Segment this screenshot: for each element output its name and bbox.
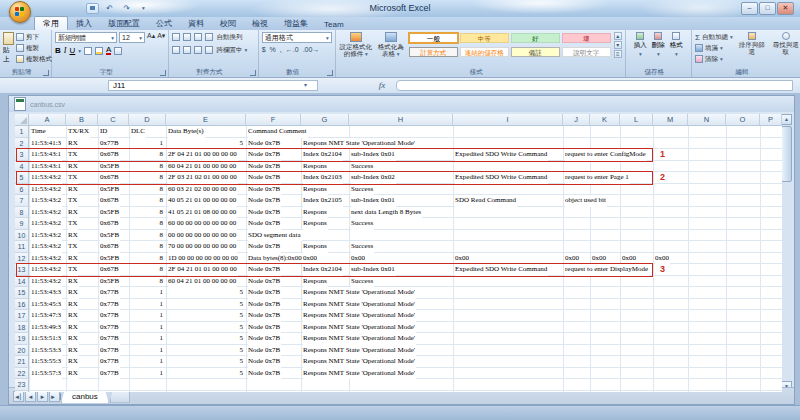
cell-B10[interactable]: RX bbox=[68, 230, 79, 242]
cell-F11[interactable]: Node 0x7B bbox=[248, 241, 281, 253]
cell-C20[interactable]: 0x77B bbox=[100, 345, 120, 357]
cell-style-chip-2[interactable]: 中等 bbox=[460, 33, 509, 43]
save-icon[interactable] bbox=[86, 3, 99, 14]
cell-C1[interactable]: ID bbox=[100, 126, 108, 138]
cell-H7[interactable]: sub-Index 0x01 bbox=[351, 195, 396, 207]
cell-G19[interactable]: Respons NMT State 'Operational Mode' bbox=[303, 333, 416, 345]
cell-A15[interactable]: 11:53:43:3 bbox=[31, 287, 62, 299]
cell-style-chip-8[interactable]: 說明文字 bbox=[562, 47, 611, 57]
cell-A17[interactable]: 11:53:47:3 bbox=[31, 310, 62, 322]
cell-C11[interactable]: 0x67B bbox=[100, 241, 120, 253]
column-header-A[interactable]: A bbox=[29, 114, 66, 126]
cell-B15[interactable]: RX bbox=[68, 287, 79, 299]
ribbon-tab-2[interactable]: 插入 bbox=[68, 17, 100, 30]
sort-filter-button[interactable]: 排序與篩選 bbox=[737, 32, 767, 64]
column-header-B[interactable]: B bbox=[66, 114, 98, 126]
cell-H14[interactable]: Success bbox=[351, 276, 374, 288]
cell-A6[interactable]: 11:53:43:2 bbox=[31, 184, 62, 196]
cell-D14[interactable]: 8 bbox=[129, 276, 163, 288]
number-dialog-launcher-icon[interactable] bbox=[327, 70, 333, 76]
cell-G18[interactable]: Respons NMT State 'Operational Mode' bbox=[303, 322, 416, 334]
cell-D10[interactable]: 8 bbox=[129, 230, 163, 242]
cell-B16[interactable]: RX bbox=[68, 299, 79, 311]
cell-G15[interactable]: Respons NMT State 'Operational Mode' bbox=[303, 287, 416, 299]
cell-E10[interactable]: 00 00 00 00 00 00 00 00 bbox=[168, 230, 237, 242]
cell-M12[interactable]: 0x00 bbox=[655, 253, 670, 265]
font-color-button[interactable]: A bbox=[106, 46, 111, 55]
cell-C19[interactable]: 0x77B bbox=[100, 333, 120, 345]
column-header-J[interactable]: J bbox=[563, 114, 590, 126]
column-header-C[interactable]: C bbox=[98, 114, 129, 126]
column-header-G[interactable]: G bbox=[301, 114, 349, 126]
cell-F17[interactable]: Node 0x7B bbox=[248, 310, 281, 322]
cell-E21[interactable]: 5 bbox=[166, 356, 243, 368]
align-right-icon[interactable] bbox=[194, 46, 202, 54]
cell-A9[interactable]: 11:53:43:2 bbox=[31, 218, 62, 230]
align-top-icon[interactable] bbox=[172, 33, 180, 41]
cell-A22[interactable]: 11:53:57:3 bbox=[31, 368, 62, 380]
orientation-icon[interactable] bbox=[205, 33, 213, 41]
column-header-F[interactable]: F bbox=[246, 114, 301, 126]
cell-H9[interactable]: Success bbox=[351, 218, 374, 230]
cell-F9[interactable]: Node 0x7B bbox=[248, 218, 281, 230]
currency-format-button[interactable]: $ bbox=[262, 46, 266, 53]
increase-decimal-button[interactable]: ←.0 bbox=[286, 46, 299, 53]
align-bottom-icon[interactable] bbox=[194, 33, 202, 41]
cell-F1[interactable]: Command Comment bbox=[248, 126, 308, 138]
cell-F10[interactable]: SDO segment data bbox=[248, 230, 302, 242]
formula-input[interactable] bbox=[396, 80, 793, 91]
cell-C8[interactable]: 0x5FB bbox=[100, 207, 120, 219]
paste-button[interactable]: 貼上 bbox=[3, 32, 14, 64]
cell-E8[interactable]: 41 05 21 01 08 00 00 00 bbox=[168, 207, 237, 219]
alignment-dialog-launcher-icon[interactable] bbox=[250, 70, 256, 76]
cell-F15[interactable]: Node 0x7B bbox=[248, 287, 281, 299]
fill-color-icon[interactable] bbox=[95, 47, 103, 55]
grow-font-button[interactable]: A▴ bbox=[147, 32, 155, 43]
office-button[interactable] bbox=[9, 1, 31, 23]
cell-E9[interactable]: 60 00 00 00 00 00 00 00 bbox=[168, 218, 237, 230]
row-header-18[interactable]: 18 bbox=[15, 322, 29, 334]
cell-B7[interactable]: TX bbox=[68, 195, 78, 207]
cell-D9[interactable]: 8 bbox=[129, 218, 163, 230]
row-header-11[interactable]: 11 bbox=[15, 241, 29, 253]
cell-C18[interactable]: 0x77B bbox=[100, 322, 120, 334]
cell-A1[interactable]: Time bbox=[31, 126, 47, 138]
gallery-scroll-down-icon[interactable]: ▾ bbox=[614, 41, 622, 49]
cell-A20[interactable]: 11:53:53:3 bbox=[31, 345, 62, 357]
cell-B20[interactable]: RX bbox=[68, 345, 79, 357]
cell-F8[interactable]: Node 0x7B bbox=[248, 207, 281, 219]
cell-B9[interactable]: TX bbox=[68, 218, 78, 230]
cell-E19[interactable]: 5 bbox=[166, 333, 243, 345]
column-header-O[interactable]: O bbox=[726, 114, 760, 126]
cell-C6[interactable]: 0x5FB bbox=[100, 184, 120, 196]
cell-G16[interactable]: Respons NMT State 'Operational Mode' bbox=[303, 299, 416, 311]
gallery-scroll-up-icon[interactable]: ▴ bbox=[614, 32, 622, 40]
cell-G21[interactable]: Respons NMT State 'Operational Mode' bbox=[303, 356, 416, 368]
cell-B18[interactable]: RX bbox=[68, 322, 79, 334]
cell-E1[interactable]: Data Byte(s) bbox=[168, 126, 205, 138]
cell-A7[interactable]: 11:53:43:2 bbox=[31, 195, 62, 207]
cell-G8[interactable]: Respons bbox=[303, 207, 328, 219]
format-painter-button[interactable]: 複製格式 bbox=[16, 54, 52, 64]
underline-button[interactable]: U bbox=[69, 46, 75, 55]
cell-F22[interactable]: Node 0x7B bbox=[248, 368, 281, 380]
row-header-20[interactable]: 20 bbox=[15, 345, 29, 357]
cell-F6[interactable]: Node 0x7B bbox=[248, 184, 281, 196]
scrollbar-thumb[interactable] bbox=[781, 126, 792, 182]
cell-B14[interactable]: RX bbox=[68, 276, 79, 288]
cell-E18[interactable]: 5 bbox=[166, 322, 243, 334]
cell-B22[interactable]: RX bbox=[68, 368, 79, 380]
cell-E14[interactable]: 60 04 21 01 00 00 00 00 bbox=[168, 276, 237, 288]
italic-button[interactable]: I bbox=[64, 46, 67, 55]
cell-G22[interactable]: Respons NMT State 'Operational Mode' bbox=[303, 368, 416, 380]
name-box-chevron-icon[interactable]: ▾ bbox=[304, 81, 307, 88]
qat-customize-chevron-icon[interactable]: ▾ bbox=[137, 3, 150, 14]
cell-H6[interactable]: Success bbox=[351, 184, 374, 196]
cell-E16[interactable]: 5 bbox=[166, 299, 243, 311]
row-header-23[interactable]: 23 bbox=[15, 379, 29, 391]
column-header-L[interactable]: L bbox=[620, 114, 653, 126]
cell-D19[interactable]: 1 bbox=[129, 333, 163, 345]
minimize-button[interactable]: – bbox=[741, 2, 758, 15]
cell-F16[interactable]: Node 0x7B bbox=[248, 299, 281, 311]
cell-C16[interactable]: 0x77B bbox=[100, 299, 120, 311]
